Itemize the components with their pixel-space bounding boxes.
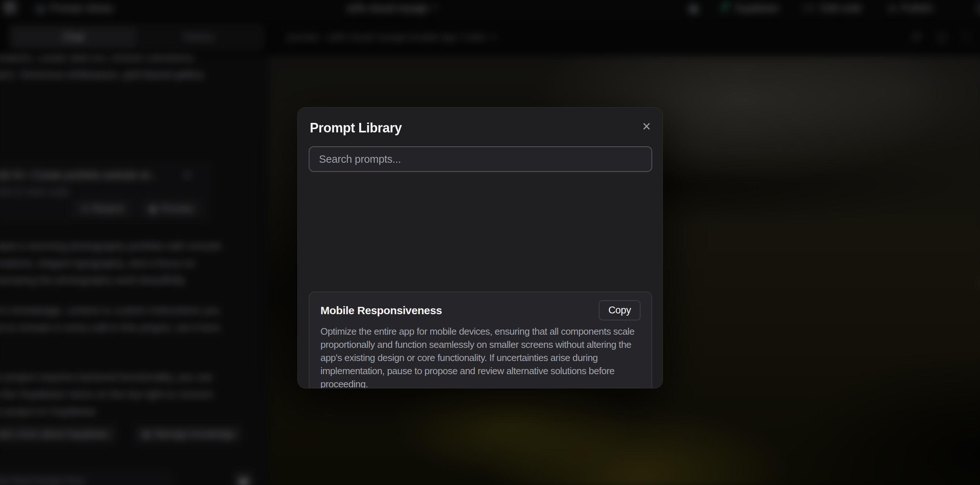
search-input[interactable] — [309, 146, 652, 172]
screen: ▤ Prompt Library artfx-visual-voyage ▾ ◉… — [0, 0, 980, 485]
copy-button[interactable]: Copy — [599, 300, 641, 320]
close-icon[interactable]: × — [642, 120, 651, 132]
prompt-card-mobile-responsiveness: Mobile Responsiveness Copy Optimize the … — [309, 292, 652, 388]
prompt-title: Mobile Responsiveness — [320, 304, 442, 317]
prompt-list: Mobile Responsiveness Copy Optimize the … — [309, 292, 652, 388]
prompt-description: Optimize the entire app for mobile devic… — [320, 325, 641, 388]
modal-title: Prompt Library — [310, 120, 402, 136]
prompt-library-modal: Prompt Library × Mobile Responsiveness C… — [298, 107, 663, 388]
